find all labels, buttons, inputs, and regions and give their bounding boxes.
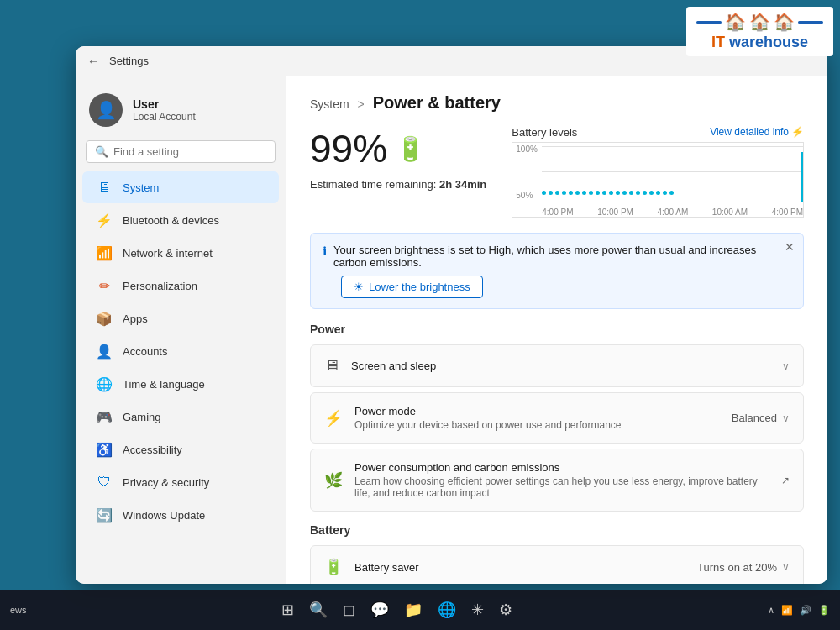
close-notification-button[interactable]: ✕ — [785, 240, 795, 254]
sidebar-item-bluetooth[interactable]: ⚡ Bluetooth & devices — [82, 204, 279, 236]
gaming-icon: 🎮 — [96, 408, 113, 425]
external-link-icon: ↗ — [781, 475, 790, 486]
chart-dots-row — [542, 191, 801, 195]
chart-dot — [649, 191, 654, 195]
network-icon: 📶 — [96, 244, 113, 261]
chart-header: Battery levels View detailed info ⚡ — [512, 126, 804, 139]
sidebar-item-accounts[interactable]: 👤 Accounts — [82, 335, 279, 367]
sidebar-label-network: Network & internet — [123, 247, 213, 260]
taskbar-xbox-icon[interactable]: ✳ — [468, 597, 487, 622]
taskbar-explorer-icon[interactable]: 📁 — [401, 597, 426, 622]
screen-sleep-content: Screen and sleep — [351, 360, 770, 372]
sidebar-item-network[interactable]: 📶 Network & internet — [82, 237, 279, 269]
power-mode-content: Power mode Optimize your device based on… — [354, 405, 720, 431]
estimated-label: Estimated time remaining: — [310, 178, 436, 191]
chart-dot — [636, 191, 640, 195]
search-icon: 🔍 — [95, 145, 108, 158]
power-section-title: Power — [310, 323, 804, 336]
time-icon: 🌐 — [96, 375, 113, 392]
screen-sleep-row[interactable]: 🖥 Screen and sleep ∨ — [310, 344, 804, 387]
main-content: System > Power & battery 99% 🔋 Estimated… — [286, 76, 827, 584]
sidebar-label-accessibility: Accessibility — [123, 444, 182, 456]
user-info: User Local Account — [133, 97, 196, 123]
sidebar-label-gaming: Gaming — [123, 411, 161, 423]
chart-area: 100% 50% — [512, 142, 804, 218]
view-detailed-info-link[interactable]: View detailed info ⚡ — [710, 126, 804, 138]
watermark-warehouse: warehouse — [729, 34, 808, 50]
screen-sleep-title: Screen and sleep — [351, 360, 770, 372]
time-remaining: 2h 34min — [439, 178, 486, 191]
taskbar-edge-icon[interactable]: 🌐 — [434, 597, 459, 622]
battery-time: Estimated time remaining: 2h 34min — [310, 178, 486, 191]
battery-saver-icon: 🔋 — [324, 558, 343, 576]
search-input[interactable] — [113, 145, 266, 158]
carbon-icon: 🌿 — [324, 471, 343, 490]
notification-banner: ℹ Your screen brightness is set to High,… — [310, 233, 804, 309]
battery-saver-title: Battery saver — [354, 561, 685, 574]
watermark-house3: 🏠 — [774, 12, 795, 32]
sidebar-item-system[interactable]: 🖥 System — [82, 171, 279, 203]
brightness-icon: ☀ — [354, 281, 364, 293]
privacy-icon: 🛡 — [96, 474, 113, 491]
chart-dot — [643, 191, 647, 195]
taskbar-battery-icon[interactable]: 🔋 — [818, 605, 830, 616]
settings-window: ← Settings 👤 User Local Account 🔍 🖥 Syst… — [76, 46, 827, 584]
sidebar-item-privacy[interactable]: 🛡 Privacy & security — [82, 466, 279, 498]
battery-saver-chevron: ∨ — [782, 561, 790, 573]
taskbar-overflow-icon[interactable]: ∧ — [768, 605, 774, 616]
taskbar-search-icon[interactable]: 🔍 — [306, 597, 331, 622]
screen-sleep-icon: 🖥 — [324, 357, 339, 375]
power-mode-row[interactable]: ⚡ Power mode Optimize your device based … — [310, 392, 804, 444]
chart-x-3: 4:00 AM — [658, 207, 689, 217]
search-box[interactable]: 🔍 — [86, 140, 276, 163]
sidebar-item-personalization[interactable]: ✏ Personalization — [82, 270, 279, 302]
battery-saver-row[interactable]: 🔋 Battery saver Turns on at 20% ∨ — [310, 545, 804, 584]
battery-saver-right: Turns on at 20% ∨ — [697, 561, 790, 574]
chart-dot — [555, 191, 559, 195]
chart-x-5: 4:00 PM — [772, 207, 803, 217]
sidebar-label-apps: Apps — [123, 312, 148, 325]
sidebar-item-time[interactable]: 🌐 Time & language — [82, 368, 279, 400]
lower-brightness-button[interactable]: ☀ Lower the brightness — [341, 276, 483, 298]
chart-dot — [569, 191, 573, 195]
chart-dot — [549, 191, 553, 195]
taskbar-left: ews — [10, 605, 27, 615]
taskbar-right: ∧ 📶 🔊 🔋 — [768, 605, 830, 616]
content-area: 👤 User Local Account 🔍 🖥 System ⚡ Blueto… — [76, 76, 827, 584]
watermark: 🏠 🏠 🏠 IT warehouse — [686, 7, 833, 56]
sidebar-label-time: Time & language — [123, 378, 205, 391]
accessibility-icon: ♿ — [96, 441, 113, 458]
chart-line-top — [542, 146, 803, 147]
taskbar-settings-icon[interactable]: ⚙ — [496, 597, 516, 622]
taskbar-task-icon[interactable]: ◻ — [339, 597, 359, 622]
personalization-icon: ✏ — [96, 277, 113, 294]
sidebar-label-update: Windows Update — [123, 509, 205, 522]
taskbar-chat-icon[interactable]: 💬 — [367, 597, 392, 622]
watermark-line-right — [798, 21, 823, 24]
username: User — [133, 97, 196, 111]
system-icon: 🖥 — [96, 179, 113, 196]
back-button[interactable]: ← — [87, 55, 99, 68]
sidebar-item-accessibility[interactable]: ♿ Accessibility — [82, 433, 279, 465]
chart-y-50: 50% — [516, 191, 538, 200]
sidebar-item-gaming[interactable]: 🎮 Gaming — [82, 401, 279, 433]
taskbar-volume-icon[interactable]: 🔊 — [800, 605, 811, 616]
sidebar-item-apps[interactable]: 📦 Apps — [82, 302, 279, 334]
chart-dot — [663, 191, 667, 195]
lightning-icon: ⚡ — [791, 126, 804, 138]
sidebar-item-update[interactable]: 🔄 Windows Update — [82, 499, 279, 531]
accounts-icon: 👤 — [96, 343, 113, 360]
taskbar-start-icon[interactable]: ⊞ — [278, 597, 297, 622]
chart-dot — [656, 191, 660, 195]
battery-overview: 99% 🔋 Estimated time remaining: 2h 34min… — [310, 126, 804, 218]
breadcrumb-system: System — [310, 97, 349, 111]
carbon-emissions-row[interactable]: 🌿 Power consumption and carbon emissions… — [310, 449, 804, 512]
chart-x-2: 10:00 PM — [597, 207, 633, 217]
chart-dot — [589, 191, 593, 195]
sidebar-label-system: System — [123, 181, 159, 194]
chart-title: Battery levels — [512, 126, 577, 139]
watermark-icons: 🏠 🏠 🏠 — [696, 12, 823, 32]
power-mode-chevron: ∨ — [782, 412, 790, 424]
taskbar-network-icon[interactable]: 📶 — [781, 605, 793, 616]
battery-saver-content: Battery saver — [354, 561, 685, 574]
